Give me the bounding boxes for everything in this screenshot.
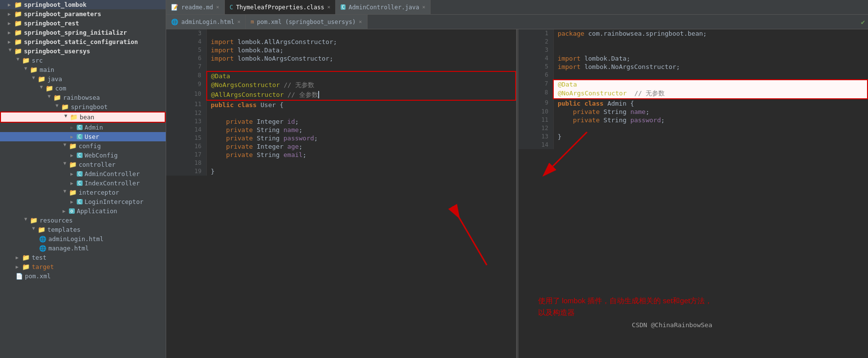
folder-icon: 📁 (69, 161, 77, 168)
arrow-icon: ▶ (31, 77, 37, 82)
xml-icon: m (251, 19, 254, 25)
right-editor-content[interactable]: 1 package com.rainbowsea.springboot.bean… (519, 29, 868, 358)
tab-adminlogin-html[interactable]: 🌐 adminLogin.html × (166, 15, 246, 29)
tab-close-icon[interactable]: × (216, 4, 219, 10)
sidebar-item-springboot-lombok[interactable]: ▶ 📁 springboot_lombok (0, 0, 166, 9)
folder-icon: 📁 (38, 75, 45, 83)
table-row: 10 private String name; (519, 108, 868, 116)
folder-icon: 📁 (69, 189, 77, 196)
sidebar-item-label: templates (47, 226, 81, 233)
table-row: 1 package com.rainbowsea.springboot.bean… (519, 29, 868, 38)
table-row-annotation-data-right: 7 @Data (519, 80, 868, 89)
sidebar-item-springboot-static-configuration[interactable]: ▶ 📁 springboot_static_configuration (0, 37, 166, 46)
csdn-watermark: CSDN @ChinaRainbowSea (538, 321, 713, 329)
sidebar-item-logininterceptor[interactable]: ▶ C LoginInterceptor (0, 197, 166, 206)
arrow-icon: ▶ (63, 190, 68, 195)
arrow-icon: ▶ (23, 67, 29, 72)
sidebar-item-rainbowsea[interactable]: ▶ 📁 rainbowsea (0, 93, 166, 102)
arrow-icon: ▶ (70, 180, 75, 186)
sidebar-item-user[interactable]: ▶ C User (0, 132, 166, 141)
sidebar-item-adminlogin-html[interactable]: 🌐 adminLogin.html (0, 234, 166, 244)
sidebar-item-label: target (32, 263, 54, 270)
sidebar-item-springboot-rest[interactable]: ▶ 📁 springboot_rest (0, 19, 166, 28)
table-row: 6 (519, 71, 868, 80)
second-tab-bar: 🌐 adminLogin.html × m pom.xml (springboo… (166, 15, 868, 29)
tab-readme-md[interactable]: 📝 readme.md × (166, 0, 225, 14)
left-editor-content[interactable]: 3 4 import lombok.AllArgsConstructor; 5 … (166, 29, 516, 358)
sidebar-item-label: springboot_parameters (24, 10, 101, 18)
project-icon: 📁 (14, 1, 22, 8)
arrow-icon: ▶ (63, 208, 67, 214)
arrow-icon: ▶ (70, 125, 75, 130)
table-row: 4 import lombok.AllArgsConstructor; (166, 38, 516, 46)
sidebar-item-springboot-usersys[interactable]: ▶ 📁 springboot_usersys (0, 46, 166, 56)
sidebar-item-resources[interactable]: ▶ 📁 resources (0, 216, 166, 225)
table-row: 14 private String name; (166, 126, 516, 134)
tab-label: pom.xml (springboot_usersys) (257, 19, 356, 25)
sidebar-item-label: pom.xml (25, 272, 51, 280)
sidebar-item-templates[interactable]: ▶ 📁 templates (0, 225, 166, 234)
tab-pom-xml[interactable]: m pom.xml (springboot_usersys) × (246, 15, 368, 29)
tab-admincontroller-java[interactable]: C AdminController.java × (336, 0, 431, 14)
left-editor-pane: 3 4 import lombok.AllArgsConstructor; 5 … (166, 29, 517, 358)
project-icon: 📁 (14, 29, 22, 36)
html-icon: 🌐 (171, 19, 178, 25)
sidebar-item-test[interactable]: ▶ 📁 test (0, 253, 166, 262)
sidebar-item-application[interactable]: ▶ ⚙ Application (0, 206, 166, 216)
java-class-icon: C (77, 153, 83, 158)
arrow-icon: ▶ (47, 95, 52, 100)
table-row: 12 (519, 124, 868, 133)
arrow-icon: ▶ (23, 218, 29, 223)
project-icon: 📁 (14, 38, 22, 45)
html-icon: 🌐 (39, 236, 46, 243)
java-class-icon: C (77, 180, 83, 186)
tab-close-icon[interactable]: × (327, 4, 331, 10)
sidebar-item-src[interactable]: ▶ 📁 src (0, 56, 166, 65)
sidebar-item-target[interactable]: ▶ 📁 target (0, 262, 166, 271)
sidebar-item-com[interactable]: ▶ 📁 com (0, 84, 166, 93)
folder-icon: 📁 (61, 103, 69, 111)
project-icon: 📁 (14, 47, 22, 55)
table-row-annotation-allargs: 10 @AllArgsConstructor // 全参数 (166, 90, 516, 100)
sidebar-item-interceptor[interactable]: ▶ 📁 interceptor (0, 188, 166, 197)
tab-close-icon[interactable]: × (359, 19, 362, 25)
tab-close-icon[interactable]: × (237, 19, 240, 25)
sidebar-item-springboot-spring-initializr[interactable]: ▶ 📁 springboot_spring_initializr (0, 28, 166, 37)
arrow-icon: ▶ (55, 105, 60, 110)
project-icon: 📁 (14, 20, 22, 27)
sidebar-item-indexcontroller[interactable]: ▶ C IndexController (0, 179, 166, 188)
arrow-icon: ▶ (16, 264, 21, 269)
tab-thymeleafproperties[interactable]: C ThymeleafProperties.class × (225, 0, 336, 14)
sidebar-item-manage-html[interactable]: 🌐 manage.html (0, 244, 166, 253)
sidebar-item-admincontroller[interactable]: ▶ C AdminController (0, 169, 166, 179)
sidebar-item-label: rainbowsea (63, 94, 100, 101)
sidebar-item-label: springboot_lombok (24, 1, 87, 8)
xml-icon: 📄 (16, 273, 23, 280)
sidebar-item-config[interactable]: ▶ 📁 config (0, 141, 166, 151)
sidebar-item-springboot-parameters[interactable]: ▶ 📁 springboot_parameters (0, 9, 166, 19)
folder-icon: 📁 (45, 85, 53, 92)
sidebar-item-label: config (79, 142, 101, 150)
sidebar-item-controller[interactable]: ▶ 📁 controller (0, 160, 166, 169)
table-row: 3 (166, 29, 516, 38)
editors-split: 3 4 import lombok.AllArgsConstructor; 5 … (166, 29, 868, 358)
tab-label: readme.md (181, 4, 213, 11)
arrow-icon: ▶ (16, 58, 21, 63)
sidebar-item-main[interactable]: ▶ 📁 main (0, 65, 166, 74)
sidebar-item-springboot-pkg[interactable]: ▶ 📁 springboot (0, 102, 166, 112)
sidebar-item-bean[interactable]: ▶ 📁 bean (0, 112, 166, 123)
arrow-icon: ▶ (70, 171, 75, 177)
arrow-icon: ▶ (8, 39, 13, 45)
folder-icon: 📁 (53, 94, 61, 101)
tab-label: ThymeleafProperties.class (236, 4, 325, 11)
sidebar-item-webconfig[interactable]: ▶ C WebConfig (0, 151, 166, 160)
svg-line-1 (453, 206, 487, 265)
table-row: 11 private String password; (519, 116, 868, 124)
sidebar-item-admin[interactable]: ▶ C Admin (0, 123, 166, 132)
tab-label: adminLogin.html (181, 19, 234, 25)
sidebar-item-label: test (32, 254, 46, 261)
table-row: 4 import lombok.Data; (519, 54, 868, 63)
sidebar-item-pom-xml[interactable]: 📄 pom.xml (0, 271, 166, 281)
tab-close-icon[interactable]: × (422, 4, 426, 10)
sidebar-item-java[interactable]: ▶ 📁 java (0, 74, 166, 84)
